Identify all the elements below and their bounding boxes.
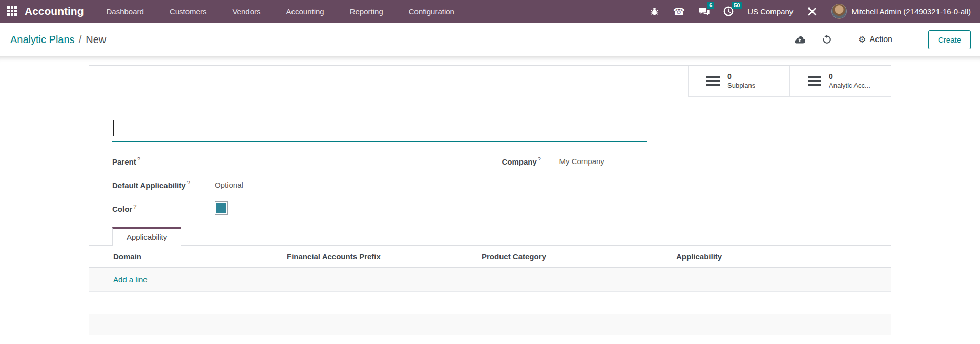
parent-field-input[interactable] xyxy=(215,155,478,167)
app-brand[interactable]: Accounting xyxy=(25,5,84,17)
main-menu: Dashboard Customers Vendors Accounting R… xyxy=(106,6,455,17)
stat-button-box: 0 Subplans 0 Analytic Acc... xyxy=(89,66,891,97)
analytic-accounts-count: 0 xyxy=(829,72,870,81)
action-menu-button[interactable]: ⚙ Action xyxy=(858,35,892,44)
breadcrumb-analytic-plans-link[interactable]: Analytic Plans xyxy=(10,34,75,46)
field-row-parent: Parent? xyxy=(112,149,478,173)
subplans-count: 0 xyxy=(727,72,755,81)
company-field-label: Company? xyxy=(502,156,559,166)
breadcrumb-current: New xyxy=(86,34,106,46)
breadcrumb-separator: / xyxy=(79,34,82,46)
stat-button-analytic-accounts[interactable]: 0 Analytic Acc... xyxy=(789,66,891,97)
messages-count-badge: 6 xyxy=(707,2,714,9)
menu-item-vendors[interactable]: Vendors xyxy=(231,6,261,17)
add-a-line-link[interactable]: Add a line xyxy=(113,275,148,284)
tab-applicability[interactable]: Applicability xyxy=(112,227,181,246)
company-field-value[interactable]: My Company xyxy=(559,157,604,166)
form-sheet: 0 Subplans 0 Analytic Acc... xyxy=(89,65,891,344)
table-empty-row xyxy=(89,292,891,314)
text-cursor xyxy=(113,120,114,136)
subplans-label: Subplans xyxy=(727,82,755,90)
table-empty-row xyxy=(89,314,891,335)
undo-icon xyxy=(822,35,831,44)
plan-name-input[interactable] xyxy=(112,115,647,142)
list-bars-icon xyxy=(808,76,821,86)
color-swatch[interactable] xyxy=(215,201,228,215)
analytic-accounts-label: Analytic Acc... xyxy=(829,82,870,90)
table-add-line-row: Add a line xyxy=(89,268,891,292)
stat-button-subplans[interactable]: 0 Subplans xyxy=(688,66,789,97)
top-navbar: Accounting Dashboard Customers Vendors A… xyxy=(0,0,980,23)
color-help-marker[interactable]: ? xyxy=(133,204,136,210)
messages-button[interactable]: 6 xyxy=(699,4,710,19)
create-button[interactable]: Create xyxy=(928,30,971,49)
default-applicability-field-label: Default Applicability? xyxy=(112,180,215,190)
company-switcher[interactable]: US Company xyxy=(747,7,793,16)
activities-count-badge: 50 xyxy=(732,2,742,9)
user-avatar xyxy=(831,4,847,19)
topbar-systray: ☎ 6 50 US Company xyxy=(650,4,971,19)
debug-bug-icon[interactable] xyxy=(650,4,659,19)
control-panel-actions: ⚙ Action Create xyxy=(794,30,971,49)
column-header-domain[interactable]: Domain xyxy=(89,252,287,261)
gear-icon: ⚙ xyxy=(858,35,866,44)
table-header-row: Domain Financial Accounts Prefix Product… xyxy=(89,246,891,268)
company-help-marker[interactable]: ? xyxy=(538,156,541,163)
notebook-tabs: Applicability xyxy=(89,227,891,246)
field-row-default-applicability: Default Applicability? Optional xyxy=(112,173,478,196)
support-tools-button[interactable] xyxy=(807,4,818,19)
color-field-label: Color? xyxy=(112,204,215,213)
parent-field-label: Parent? xyxy=(112,156,215,166)
default-applicability-value[interactable]: Optional xyxy=(215,180,243,189)
user-menu[interactable]: Mitchell Admin (21490321-16-0-all) xyxy=(831,4,971,19)
menu-item-accounting[interactable]: Accounting xyxy=(285,6,325,17)
table-empty-row xyxy=(89,335,891,344)
menu-item-dashboard[interactable]: Dashboard xyxy=(106,6,145,17)
user-name: Mitchell Admin (21490321-16-0-all) xyxy=(851,7,971,16)
form-view-content: 0 Subplans 0 Analytic Acc... xyxy=(0,56,980,344)
column-header-product-category[interactable]: Product Category xyxy=(482,252,676,261)
activities-button[interactable]: 50 xyxy=(723,4,734,19)
field-row-color: Color? xyxy=(112,196,478,220)
bug-icon xyxy=(650,7,659,16)
menu-item-configuration[interactable]: Configuration xyxy=(408,6,455,17)
cloud-upload-icon xyxy=(794,35,805,44)
parent-help-marker[interactable]: ? xyxy=(137,156,140,163)
discard-changes-button[interactable] xyxy=(822,35,831,44)
breadcrumb: Analytic Plans / New xyxy=(10,34,106,46)
field-group: Parent? Default Applicability? Optional … xyxy=(112,149,868,220)
control-panel: Analytic Plans / New ⚙ Action Create xyxy=(0,23,980,56)
applicability-table: Domain Financial Accounts Prefix Product… xyxy=(89,246,891,344)
list-bars-icon xyxy=(706,76,720,86)
save-record-button[interactable] xyxy=(794,35,805,44)
column-header-applicability[interactable]: Applicability xyxy=(676,252,891,261)
default-applicability-help-marker[interactable]: ? xyxy=(187,180,190,186)
sheet-inner: Parent? Default Applicability? Optional … xyxy=(89,97,891,344)
menu-item-reporting[interactable]: Reporting xyxy=(349,6,384,17)
apps-menu-icon[interactable] xyxy=(7,6,17,16)
menu-item-customers[interactable]: Customers xyxy=(169,6,208,17)
field-row-company: Company? My Company xyxy=(502,149,868,173)
action-menu-label: Action xyxy=(870,35,892,44)
wrench-screwdriver-icon xyxy=(807,6,818,17)
voip-phone-icon[interactable]: ☎ xyxy=(673,4,685,19)
column-header-financial-accounts-prefix[interactable]: Financial Accounts Prefix xyxy=(287,252,482,261)
phone-icon: ☎ xyxy=(673,7,685,16)
